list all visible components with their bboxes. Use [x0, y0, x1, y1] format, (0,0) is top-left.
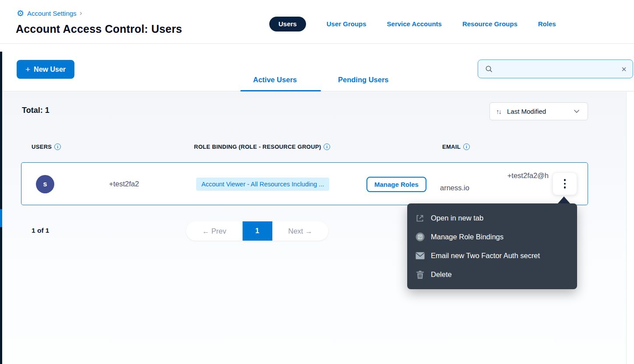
search-input[interactable]	[498, 65, 617, 73]
nav-tab-resource-groups[interactable]: Resource Groups	[462, 20, 518, 28]
column-header-role-binding: ROLE BINDING (ROLE - RESOURCE GROUP) i	[194, 144, 330, 150]
right-gutter	[626, 92, 634, 364]
sort-order-icon: ↑↓	[496, 108, 501, 115]
nav-tab-service-accounts[interactable]: Service Accounts	[387, 20, 442, 28]
plus-icon: +	[25, 65, 30, 74]
sort-dropdown-value: Last Modified	[505, 108, 567, 115]
nav-tab-roles[interactable]: Roles	[538, 20, 556, 28]
menu-item-email-2fa-secret[interactable]: Email new Two Factor Auth secret	[407, 246, 577, 265]
column-header-users-label: USERS	[32, 144, 52, 150]
kebab-dot	[564, 179, 566, 181]
avatar: s	[36, 175, 54, 193]
menu-item-label: Delete	[431, 270, 452, 279]
breadcrumb[interactable]: ⚙ Account Settings ›	[17, 9, 82, 18]
breadcrumb-account-settings-link[interactable]: Account Settings	[27, 10, 77, 17]
user-row[interactable]: s +test2fa2 Account Viewer - All Resourc…	[21, 162, 588, 205]
menu-item-manage-role-bindings[interactable]: Manage Role Bindings	[407, 228, 577, 246]
info-icon[interactable]: i	[54, 144, 61, 150]
info-icon[interactable]: i	[324, 144, 330, 150]
pagination: ← Prev 1 Next →	[186, 221, 328, 241]
kebab-dot	[564, 186, 566, 189]
gear-icon: ⚙	[17, 9, 24, 18]
active-tab-underline	[240, 90, 321, 91]
user-name: +test2fa2	[109, 180, 139, 188]
current-page-button[interactable]: 1	[243, 221, 272, 241]
user-email-line1: +test2fa2@h	[440, 169, 549, 182]
tab-pending-users[interactable]: Pending Users	[338, 76, 389, 84]
kebab-dot	[564, 183, 566, 185]
top-nav: Users User Groups Service Accounts Resou…	[269, 16, 556, 32]
nav-tab-users[interactable]: Users	[269, 17, 306, 32]
new-user-button[interactable]: + New User	[17, 60, 74, 79]
role-binding-chip[interactable]: Account Viewer - All Resources Including…	[196, 178, 329, 191]
menu-item-label: Open in new tab	[431, 214, 483, 222]
column-header-email: EMAIL i	[442, 144, 470, 150]
info-icon[interactable]: i	[463, 144, 470, 150]
total-count-label: Total: 1	[22, 106, 49, 115]
menu-item-open-in-new-tab[interactable]: Open in new tab	[407, 209, 577, 228]
toolbar: + New User Active Users Pending Users ×	[0, 44, 634, 91]
user-email: +test2fa2@h arness.io	[440, 169, 549, 194]
new-user-button-label: New User	[34, 66, 66, 74]
page-header: ⚙ Account Settings › Account Access Cont…	[0, 0, 634, 44]
menu-item-delete[interactable]: Delete	[407, 265, 577, 284]
row-options-button[interactable]	[553, 172, 577, 195]
close-icon[interactable]: ×	[621, 65, 627, 74]
column-header-email-label: EMAIL	[442, 144, 461, 150]
column-header-users: USERS i	[32, 144, 61, 150]
chevron-right-icon: ›	[80, 9, 82, 18]
prev-page-button[interactable]: ← Prev	[186, 221, 243, 241]
search-icon	[484, 64, 494, 74]
page-title: Account Access Control: Users	[16, 23, 182, 35]
search-box[interactable]: ×	[478, 60, 633, 78]
menu-item-label: Email new Two Factor Auth secret	[431, 252, 540, 260]
row-context-menu: Open in new tab Manage Role Bindings	[407, 203, 577, 289]
column-header-role-binding-label: ROLE BINDING (ROLE - RESOURCE GROUP)	[194, 144, 321, 150]
context-menu-caret	[558, 196, 570, 203]
manage-roles-button[interactable]: Manage Roles	[366, 177, 426, 192]
tab-active-users[interactable]: Active Users	[253, 76, 297, 84]
trash-icon	[415, 270, 425, 280]
nav-tab-user-groups[interactable]: User Groups	[327, 20, 366, 28]
sort-dropdown[interactable]: ↑↓ Last Modified	[490, 102, 588, 120]
account-access-control-page: ⚙ Account Settings › Account Access Cont…	[0, 0, 634, 364]
menu-item-label: Manage Role Bindings	[431, 233, 504, 241]
chevron-down-icon	[572, 107, 581, 116]
email-icon	[415, 251, 425, 261]
role-bindings-icon	[415, 232, 425, 242]
user-email-line2: arness.io	[440, 182, 549, 194]
open-in-new-tab-icon	[415, 214, 425, 223]
next-page-button[interactable]: Next →	[272, 221, 329, 241]
pagination-summary: 1 of 1	[32, 227, 49, 234]
